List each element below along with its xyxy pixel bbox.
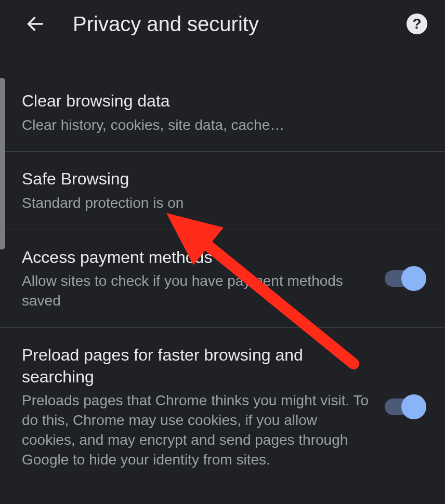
page-title: Privacy and security xyxy=(73,12,382,36)
clear-browsing-data-item[interactable]: Clear browsing data Clear history, cooki… xyxy=(0,74,445,152)
toggle-thumb xyxy=(401,266,426,291)
item-title: Clear browsing data xyxy=(22,90,423,112)
settings-list: Clear browsing data Clear history, cooki… xyxy=(0,48,445,486)
back-button[interactable] xyxy=(23,11,48,36)
item-subtitle: Standard protection is on xyxy=(22,193,423,213)
item-title: Access payment methods xyxy=(22,247,372,269)
scroll-indicator[interactable] xyxy=(0,78,5,249)
item-title: Preload pages for faster browsing and se… xyxy=(22,344,372,388)
item-subtitle: Preloads pages that Chrome thinks you mi… xyxy=(22,391,372,469)
safe-browsing-item[interactable]: Safe Browsing Standard protection is on xyxy=(0,152,445,230)
preload-pages-toggle[interactable] xyxy=(385,399,423,415)
help-button[interactable]: ? xyxy=(407,14,427,34)
item-subtitle: Clear history, cookies, site data, cache… xyxy=(22,115,423,135)
toggle-thumb xyxy=(401,394,426,419)
item-title: Safe Browsing xyxy=(22,168,423,190)
payment-methods-toggle[interactable] xyxy=(385,270,423,287)
header: Privacy and security ? xyxy=(0,0,445,48)
help-icon: ? xyxy=(412,16,421,32)
access-payment-methods-item[interactable]: Access payment methods Allow sites to ch… xyxy=(0,230,445,328)
preload-pages-item[interactable]: Preload pages for faster browsing and se… xyxy=(0,328,445,486)
arrow-left-icon xyxy=(25,14,46,34)
item-subtitle: Allow sites to check if you have payment… xyxy=(22,271,372,311)
